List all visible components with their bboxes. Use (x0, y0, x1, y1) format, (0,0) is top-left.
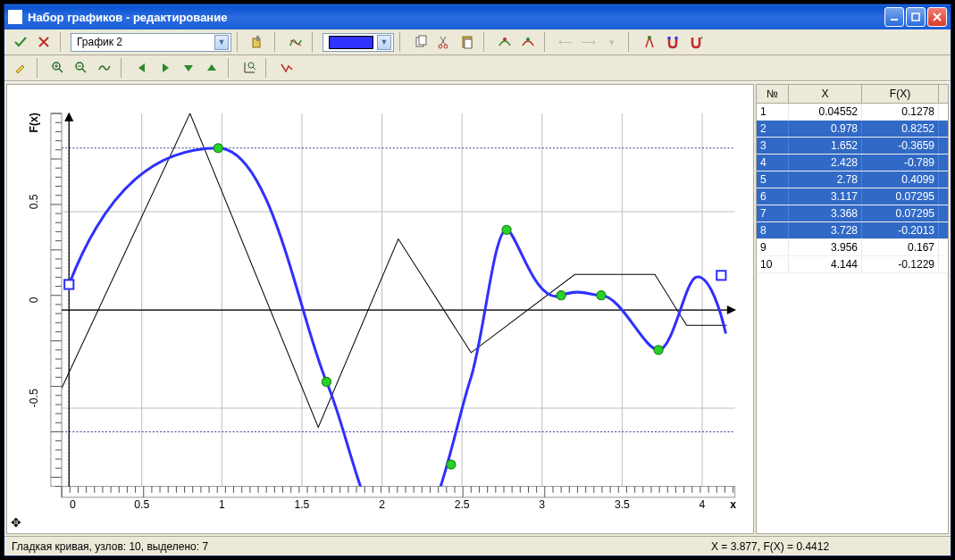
status-right: X = 3.877, F(X) = 0.4412 (711, 540, 943, 553)
svg-text:+: + (699, 35, 703, 42)
content-area: 0 0.5 1 1.5 2 2.5 3 3.5 4 x -0.5 0 0.5 F… (4, 81, 951, 536)
minimize-button[interactable] (884, 7, 904, 27)
tool-compass-button[interactable] (639, 32, 660, 52)
table-cell-n: 8 (757, 222, 789, 238)
curve-endpoint[interactable] (716, 271, 725, 280)
toolbar-view (4, 55, 951, 81)
svg-rect-0 (891, 19, 898, 21)
pan-down-button[interactable] (178, 58, 199, 78)
y-tick-label: 0 (28, 297, 40, 303)
move-handle-icon[interactable]: ✥ (11, 515, 21, 530)
pan-right-button[interactable] (155, 58, 176, 78)
table-row[interactable]: 93.9560.167 (757, 239, 948, 256)
nav-left-button[interactable]: ⟵ (555, 32, 576, 52)
curve-node[interactable] (557, 291, 565, 300)
table-cell-x: 0.978 (789, 121, 862, 137)
table-cell-n: 4 (757, 155, 789, 171)
status-bar: Гладкая кривая, узлов: 10, выделено: 7 X… (4, 536, 951, 556)
table-row[interactable]: 52.780.4099 (757, 171, 948, 188)
table-row[interactable]: 73.3680.07295 (757, 205, 948, 222)
chart-canvas[interactable]: 0 0.5 1 1.5 2 2.5 3 3.5 4 x -0.5 0 0.5 F… (7, 85, 753, 533)
curve-node[interactable] (447, 460, 456, 469)
table-row[interactable]: 63.1170.07295 (757, 188, 948, 205)
window-title: Набор графиков - редактирование (28, 11, 227, 24)
table-row[interactable]: 20.9780.8252 (757, 121, 948, 138)
curve-node[interactable] (322, 377, 331, 386)
tool-magnet-button[interactable] (662, 32, 683, 52)
curve-edit-b-button[interactable] (517, 32, 539, 52)
reject-button[interactable] (33, 32, 54, 52)
table-cell-x: 1.652 (789, 138, 862, 154)
close-button[interactable] (927, 7, 947, 27)
axis-settings-button[interactable] (239, 58, 260, 78)
color-selector[interactable]: ▼ (323, 33, 394, 52)
curve-tool-button[interactable] (276, 58, 297, 78)
x-tick-label: 1.5 (294, 498, 309, 511)
highlight-button[interactable] (10, 58, 31, 78)
column-header-n[interactable]: № (757, 85, 789, 103)
nav-dropdown-button[interactable]: ▾ (601, 32, 623, 52)
table-row[interactable]: 42.428-0.789 (757, 155, 948, 171)
table-row[interactable]: 104.144-0.1229 (757, 256, 948, 273)
pan-left-button[interactable] (131, 58, 153, 78)
column-header-fx[interactable]: F(X) (862, 85, 939, 103)
window: Набор графиков - редактирование График 2… (4, 4, 951, 556)
curve-edit-a-button[interactable] (494, 32, 515, 52)
y-tick-label: -0.5 (28, 389, 40, 407)
svg-rect-1 (912, 13, 919, 21)
curve-node[interactable] (654, 346, 663, 355)
zoom-out-button[interactable] (71, 58, 92, 78)
curve-endpoint[interactable] (64, 280, 73, 288)
table-cell-n: 5 (757, 171, 789, 188)
cut-button[interactable] (433, 32, 455, 52)
table-cell-fx: -0.3659 (862, 138, 939, 154)
svg-point-11 (526, 38, 530, 41)
table-cell-fx: 0.07295 (862, 188, 939, 205)
pan-up-button[interactable] (201, 58, 222, 78)
table-cell-x: 4.144 (789, 256, 862, 272)
x-tick-label: 3.5 (615, 498, 630, 511)
x-tick-label: 2 (379, 498, 385, 511)
column-header-x[interactable]: X (789, 85, 862, 103)
svg-rect-3 (256, 36, 259, 41)
maximize-button[interactable] (906, 7, 926, 27)
chevron-down-icon: ▼ (377, 35, 391, 50)
accept-button[interactable] (10, 32, 31, 52)
table-cell-fx: 0.1278 (862, 104, 939, 120)
table-cell-x: 3.117 (789, 188, 862, 205)
svg-rect-5 (419, 36, 426, 45)
zoom-in-button[interactable] (47, 58, 69, 78)
table-cell-fx: -0.1229 (862, 256, 939, 272)
svg-point-10 (503, 38, 507, 41)
graph-selector[interactable]: График 2 ▼ (71, 33, 231, 52)
table-row[interactable]: 31.652-0.3659 (757, 138, 948, 155)
table-row[interactable]: 10.045520.1278 (757, 104, 948, 121)
zoom-fit-button[interactable] (94, 58, 115, 78)
app-icon (8, 10, 22, 24)
table-cell-fx: -0.2013 (862, 222, 939, 238)
titlebar: Набор графиков - редактирование (4, 4, 951, 29)
curve-type-button[interactable] (285, 32, 306, 52)
chart-pane[interactable]: 0 0.5 1 1.5 2 2.5 3 3.5 4 x -0.5 0 0.5 F… (6, 84, 754, 534)
table-cell-n: 9 (757, 239, 789, 255)
table-cell-x: 2.428 (789, 155, 862, 171)
curve-node[interactable] (597, 291, 606, 300)
table-cell-n: 1 (757, 104, 789, 120)
svg-rect-9 (465, 39, 472, 48)
x-tick-label: 2.5 (455, 498, 470, 511)
curve-node[interactable] (502, 225, 511, 234)
paste-button[interactable] (457, 32, 478, 52)
properties-button[interactable] (247, 32, 269, 52)
table-row[interactable]: 83.728-0.2013 (757, 222, 948, 239)
curve-node[interactable] (214, 144, 222, 153)
svg-rect-20 (51, 113, 62, 487)
series-smooth-curve[interactable] (69, 148, 725, 533)
tool-snap-button[interactable]: + (685, 32, 707, 52)
status-left: Гладкая кривая, узлов: 10, выделено: 7 (12, 540, 208, 553)
x-tick-label: 0.5 (134, 498, 149, 511)
table-cell-x: 2.78 (789, 171, 862, 188)
copy-button[interactable] (410, 32, 431, 52)
color-swatch (329, 36, 373, 49)
x-axis-label: x (730, 498, 736, 511)
nav-right-button[interactable]: ⟶ (578, 32, 599, 52)
